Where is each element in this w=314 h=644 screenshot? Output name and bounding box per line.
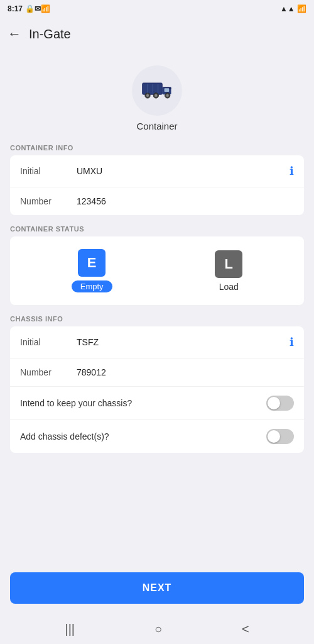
next-button[interactable]: NEXT xyxy=(10,572,304,604)
menu-button[interactable]: ||| xyxy=(65,622,75,636)
container-info-card: Initial UMXU ℹ Number 123456 xyxy=(10,155,304,215)
signal-icons: ▲▲ 📶 xyxy=(280,4,306,13)
container-icon-label: Container xyxy=(136,121,177,131)
add-defects-knob xyxy=(268,430,280,443)
next-button-wrap: NEXT xyxy=(0,562,314,614)
chassis-initial-label: Initial xyxy=(20,337,77,347)
empty-status-button[interactable]: E Empty xyxy=(72,249,112,292)
back-nav-button[interactable]: < xyxy=(242,622,249,636)
page-title: In-Gate xyxy=(29,27,71,42)
keep-chassis-toggle[interactable] xyxy=(266,396,294,411)
container-icon-circle xyxy=(132,65,182,116)
load-status-button[interactable]: L Load xyxy=(215,250,242,292)
load-label: Load xyxy=(219,282,239,292)
info-icon-chassis[interactable]: ℹ xyxy=(290,335,294,349)
chassis-number-label: Number xyxy=(20,367,77,377)
home-button[interactable]: ○ xyxy=(154,622,162,636)
load-letter: L xyxy=(215,250,242,278)
number-label: Number xyxy=(20,196,77,206)
top-nav: ← In-Gate xyxy=(0,18,314,50)
empty-badge: Empty xyxy=(72,280,112,292)
container-status-card: E Empty L Load xyxy=(10,236,304,305)
container-icon-section: Container xyxy=(10,65,304,131)
back-button[interactable]: ← xyxy=(8,26,21,42)
status-options-row: E Empty L Load xyxy=(10,236,304,305)
svg-rect-3 xyxy=(165,88,170,92)
empty-letter: E xyxy=(78,249,106,277)
container-initial-row: Initial UMXU ℹ xyxy=(10,155,304,187)
keep-chassis-row: Intend to keep your chassis? xyxy=(10,387,304,420)
chassis-number-row: Number 789012 xyxy=(10,358,304,387)
initial-value: UMXU xyxy=(77,166,290,176)
number-value: 123456 xyxy=(77,196,294,206)
svg-rect-0 xyxy=(143,83,163,94)
back-icon: ← xyxy=(8,26,21,42)
status-time: 8:17 xyxy=(8,4,23,13)
chassis-initial-value: TSFZ xyxy=(77,337,290,347)
svg-point-5 xyxy=(146,94,149,97)
container-number-row: Number 123456 xyxy=(10,187,304,215)
status-icons: 🔒✉📶 xyxy=(25,4,50,13)
svg-point-9 xyxy=(166,94,169,97)
chassis-number-value: 789012 xyxy=(77,367,294,377)
initial-label: Initial xyxy=(20,166,77,176)
svg-point-7 xyxy=(154,94,157,97)
chassis-info-card: Initial TSFZ ℹ Number 789012 Intend to k… xyxy=(10,326,304,453)
add-defects-row: Add chassis defect(s)? xyxy=(10,420,304,453)
add-defects-toggle[interactable] xyxy=(266,429,294,444)
keep-chassis-knob xyxy=(268,397,280,409)
chassis-info-section-label: CHASSIS INFO xyxy=(10,315,304,323)
bottom-nav: ||| ○ < xyxy=(0,614,314,644)
container-status-section-label: CONTAINER STATUS xyxy=(10,225,304,233)
keep-chassis-label: Intend to keep your chassis? xyxy=(20,398,266,408)
container-info-section-label: CONTAINER INFO xyxy=(10,144,304,152)
status-bar: 8:17 🔒✉📶 ▲▲ 📶 xyxy=(0,0,314,18)
content-area: Container CONTAINER INFO Initial UMXU ℹ … xyxy=(0,50,314,562)
chassis-initial-row: Initial TSFZ ℹ xyxy=(10,326,304,358)
add-defects-label: Add chassis defect(s)? xyxy=(20,431,266,441)
truck-icon xyxy=(141,78,173,103)
info-icon-initial[interactable]: ℹ xyxy=(290,164,294,178)
